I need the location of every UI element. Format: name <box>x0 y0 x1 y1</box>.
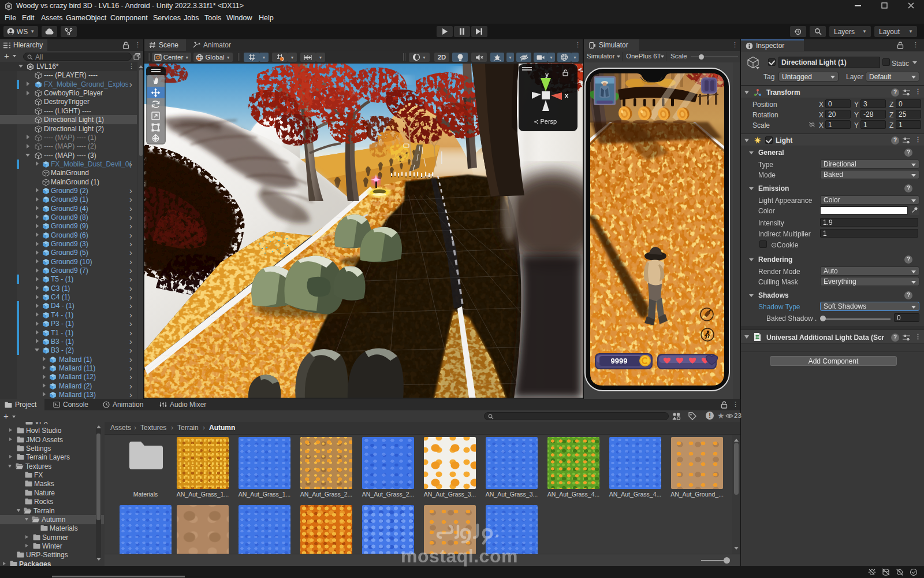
svg-text:Y: Y <box>251 58 254 61</box>
svg-text:9999: 9999 <box>611 357 628 365</box>
